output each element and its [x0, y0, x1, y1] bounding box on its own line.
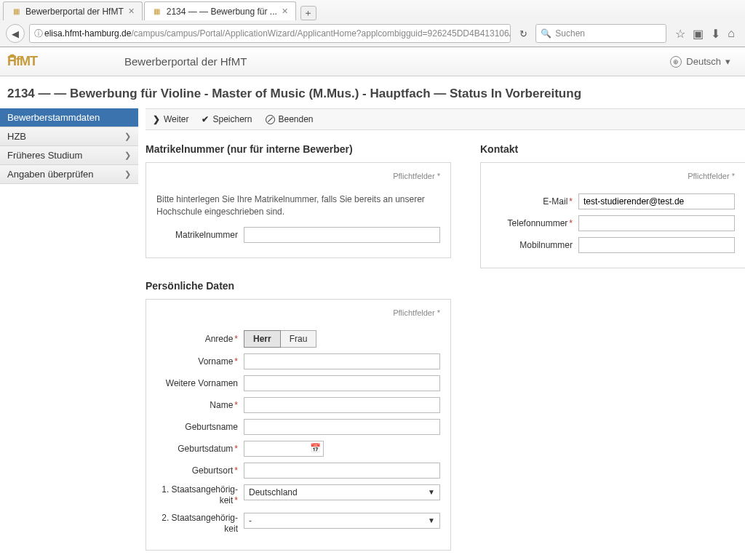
- chevron-down-icon: ▼: [428, 488, 435, 496]
- sidebar-item-label: Bewerberstammdaten: [7, 112, 100, 123]
- search-icon: 🔍: [541, 28, 551, 39]
- tabs-bar: ▦ Bewerberportal der HfMT ✕ ▦ 2134 — — B…: [0, 0, 745, 20]
- right-column: Kontakt Pflichtfelder E-Mail* Telefonnum…: [480, 143, 745, 560]
- url-path: /campus/campus/Portal/ApplicationWizard/…: [131, 28, 511, 39]
- search-placeholder: Suchen: [555, 28, 585, 39]
- name-input[interactable]: [244, 397, 440, 413]
- matrikel-title: Matrikelnummer (nur für interne Bewerber…: [146, 143, 451, 155]
- left-column: Matrikelnummer (nur für interne Bewerber…: [146, 143, 451, 560]
- language-picker[interactable]: ⊕ Deutsch ▾: [670, 56, 730, 68]
- browser-tab-active[interactable]: ▦ 2134 — — Bewerbung für ... ✕: [144, 1, 296, 20]
- weitere-vornamen-input[interactable]: [244, 375, 440, 391]
- kontakt-panel: Pflichtfelder E-Mail* Telefonnummer* Mob…: [480, 162, 745, 268]
- matrikel-label: Matrikelnummer: [156, 230, 244, 240]
- form-columns: Matrikelnummer (nur für interne Bewerber…: [146, 130, 745, 560]
- language-label: Deutsch: [686, 56, 721, 67]
- url-host: elisa.hfmt-hamburg.de: [44, 28, 131, 39]
- content: ❯ Weiter ✔ Speichern Beenden Matrikelnum…: [138, 108, 745, 560]
- sidebar-item-label: Früheres Studium: [7, 150, 82, 161]
- calendar-icon[interactable]: 📅: [310, 443, 321, 453]
- sidebar-item-label: Angaben überprüfen: [7, 169, 94, 180]
- back-button[interactable]: ◀: [6, 24, 25, 43]
- main: Bewerberstammdaten HZB ❯ Früheres Studiu…: [0, 108, 745, 560]
- telefon-input[interactable]: [578, 215, 735, 231]
- weitere-vornamen-label: Weitere Vornamen: [156, 378, 244, 388]
- chevron-right-icon: ❯: [124, 151, 131, 160]
- weiter-button[interactable]: ❯ Weiter: [153, 114, 188, 124]
- nat2-label-b: keit: [224, 524, 238, 534]
- nat2-value: -: [249, 516, 252, 526]
- nat1-label-a: 1. Staatsangehörig-: [162, 484, 238, 495]
- browser-search[interactable]: 🔍 Suchen: [535, 24, 666, 43]
- close-tab-icon[interactable]: ✕: [282, 7, 288, 16]
- nat1-value: Deutschland: [249, 487, 298, 497]
- email-input[interactable]: [578, 193, 735, 209]
- home-icon[interactable]: ⌂: [728, 27, 735, 41]
- anrede-frau[interactable]: Frau: [281, 330, 317, 348]
- info-icon: ⓘ: [34, 28, 43, 40]
- anrede-label: Anrede: [205, 334, 234, 344]
- chevron-down-icon: ▾: [725, 56, 730, 67]
- telefon-label: Telefonnummer: [508, 218, 568, 228]
- ban-icon: [266, 115, 275, 124]
- chevron-down-icon: ▼: [428, 516, 435, 524]
- action-label: Beenden: [279, 114, 314, 124]
- anrede-toggle: Herr Frau: [244, 330, 316, 348]
- tab-label: Bewerberportal der HfMT: [25, 7, 124, 17]
- sidebar-item-frueheres-studium[interactable]: Früheres Studium ❯: [0, 146, 138, 165]
- pocket-icon[interactable]: ▣: [693, 27, 704, 41]
- star-icon[interactable]: ☆: [675, 27, 685, 41]
- nat2-label-a: 2. Staatsangehörig-: [162, 513, 238, 523]
- pflicht-hint: Pflichtfelder: [156, 172, 440, 180]
- reload-button[interactable]: ↻: [515, 28, 531, 39]
- vorname-label: Vorname: [198, 356, 233, 367]
- sidebar: Bewerberstammdaten HZB ❯ Früheres Studiu…: [0, 108, 138, 560]
- page-header: HfMT Bewerberportal der HfMT ⊕ Deutsch ▾: [0, 47, 745, 76]
- mobil-label: Mobilnummer: [491, 240, 578, 250]
- sidebar-item-angaben-ueberpruefen[interactable]: Angaben überprüfen ❯: [0, 165, 138, 184]
- action-label: Speichern: [212, 114, 252, 124]
- matrikel-input[interactable]: [244, 227, 440, 243]
- pflicht-hint: Pflichtfelder: [156, 308, 440, 317]
- chevron-right-icon: ❯: [153, 114, 160, 124]
- pflicht-hint: Pflichtfelder: [491, 172, 735, 180]
- sidebar-item-hzb[interactable]: HZB ❯: [0, 127, 138, 146]
- matrikel-hint: Bitte hinterlegen Sie Ihre Matrikelnumme…: [156, 193, 440, 218]
- nav-bar: ◀ ⓘ elisa.hfmt-hamburg.de /campus/campus…: [0, 20, 745, 47]
- nat1-label-b: keit: [220, 495, 234, 505]
- portal-title: Bewerberportal der HfMT: [124, 55, 247, 68]
- geburtsname-input[interactable]: [244, 419, 440, 435]
- chevron-right-icon: ❯: [124, 169, 131, 179]
- tab-label: 2134 — — Bewerbung für ...: [167, 7, 277, 17]
- email-label: E-Mail: [543, 196, 567, 207]
- check-icon: ✔: [202, 114, 209, 124]
- matrikel-panel: Pflichtfelder Bitte hinterlegen Sie Ihre…: [146, 162, 451, 258]
- personal-panel: Pflichtfelder Anrede* Herr Frau Vorname*: [146, 299, 451, 551]
- logo[interactable]: HfMT: [7, 54, 37, 69]
- geburtsdatum-label: Geburtsdatum: [178, 444, 233, 454]
- downloads-icon[interactable]: ⬇: [711, 27, 720, 41]
- nat1-select[interactable]: Deutschland ▼: [244, 484, 440, 500]
- personal-title: Persönliche Daten: [146, 280, 451, 292]
- favicon-icon: ▦: [11, 7, 21, 17]
- anrede-herr[interactable]: Herr: [244, 330, 281, 348]
- kontakt-title: Kontakt: [480, 143, 745, 155]
- globe-icon: ⊕: [670, 56, 682, 68]
- url-bar[interactable]: ⓘ elisa.hfmt-hamburg.de /campus/campus/P…: [29, 24, 511, 43]
- sidebar-item-label: HZB: [7, 131, 26, 142]
- speichern-button[interactable]: ✔ Speichern: [202, 114, 252, 124]
- sidebar-item-bewerberstammdaten[interactable]: Bewerberstammdaten: [0, 108, 138, 127]
- geburtsname-label: Geburtsname: [156, 422, 244, 432]
- geburtsort-label: Geburtsort: [192, 465, 234, 476]
- close-tab-icon[interactable]: ✕: [128, 7, 135, 16]
- action-bar: ❯ Weiter ✔ Speichern Beenden: [146, 108, 745, 130]
- browser-tab[interactable]: ▦ Bewerberportal der HfMT ✕: [3, 1, 143, 20]
- nat2-select[interactable]: - ▼: [244, 513, 440, 529]
- geburtsort-input[interactable]: [244, 463, 440, 479]
- chevron-right-icon: ❯: [124, 132, 131, 141]
- new-tab-button[interactable]: ＋: [300, 6, 316, 20]
- name-label: Name: [210, 400, 233, 410]
- beenden-button[interactable]: Beenden: [266, 114, 314, 124]
- mobil-input[interactable]: [578, 237, 735, 253]
- vorname-input[interactable]: [244, 353, 440, 369]
